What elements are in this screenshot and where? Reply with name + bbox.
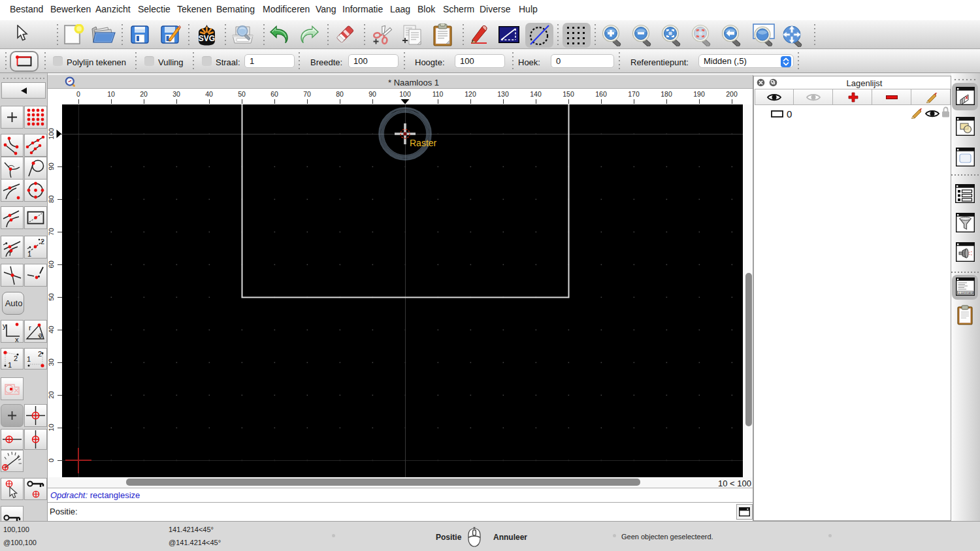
- svg-text:10: 10: [48, 424, 56, 432]
- svg-text:1: 1: [27, 250, 31, 258]
- svg-text:200: 200: [726, 90, 738, 98]
- svg-text:140: 140: [530, 90, 542, 98]
- svg-text:160: 160: [595, 90, 607, 98]
- svg-text:90: 90: [368, 90, 376, 98]
- svg-text:Raster: Raster: [410, 138, 437, 148]
- svg-text:2: 2: [14, 354, 18, 362]
- svg-text:70: 70: [303, 90, 311, 98]
- svg-text:x: x: [15, 336, 19, 342]
- svg-text:2: 2: [38, 350, 42, 358]
- svg-text:60: 60: [270, 90, 278, 98]
- svg-text:80: 80: [336, 90, 344, 98]
- svg-text:1: 1: [27, 355, 31, 363]
- svg-text:r: r: [29, 324, 31, 332]
- svg-text:80: 80: [48, 195, 56, 203]
- svg-text:170: 170: [628, 90, 640, 98]
- svg-text:30: 30: [48, 358, 56, 366]
- svg-text:180: 180: [661, 90, 672, 98]
- svg-text:150: 150: [563, 90, 574, 98]
- svg-text:y: y: [3, 322, 7, 330]
- svg-text:130: 130: [497, 90, 509, 98]
- svg-text:a: a: [39, 332, 42, 339]
- svg-text:20: 20: [140, 90, 148, 98]
- svg-text:40: 40: [205, 90, 213, 98]
- svg-text:50: 50: [238, 90, 246, 98]
- svg-text:40: 40: [48, 326, 56, 334]
- svg-text:0: 0: [76, 90, 80, 98]
- svg-text:c command: c command: [958, 291, 974, 294]
- svg-text:110: 110: [433, 90, 444, 98]
- svg-text:SVG: SVG: [199, 34, 215, 43]
- svg-text:30: 30: [172, 90, 180, 98]
- svg-text:190: 190: [693, 90, 705, 98]
- svg-text:50: 50: [48, 293, 56, 301]
- svg-text:60: 60: [48, 260, 56, 268]
- svg-text:20: 20: [48, 391, 56, 399]
- svg-text:120: 120: [465, 90, 476, 98]
- svg-text:90: 90: [48, 163, 56, 170]
- svg-text:10: 10: [107, 90, 115, 98]
- svg-text:100: 100: [48, 128, 56, 140]
- svg-text:0: 0: [48, 458, 56, 462]
- svg-text:70: 70: [48, 228, 56, 236]
- svg-text:100: 100: [399, 90, 411, 98]
- svg-text:1: 1: [8, 361, 12, 369]
- svg-text:2: 2: [41, 238, 44, 245]
